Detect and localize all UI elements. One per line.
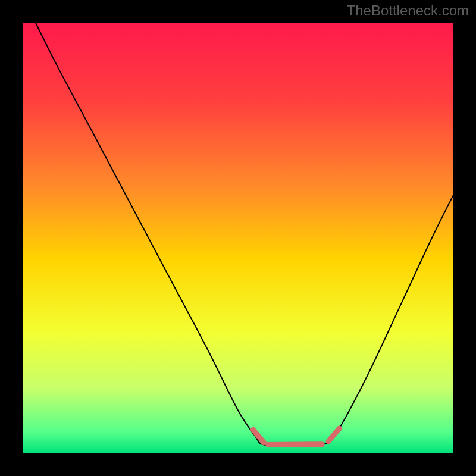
chart-container: TheBottleneck.com — [0, 0, 476, 476]
optimal-segment-flat — [268, 444, 322, 445]
watermark-label: TheBottleneck.com — [347, 2, 469, 19]
plot-background — [23, 23, 453, 453]
bottleneck-chart — [0, 0, 476, 476]
